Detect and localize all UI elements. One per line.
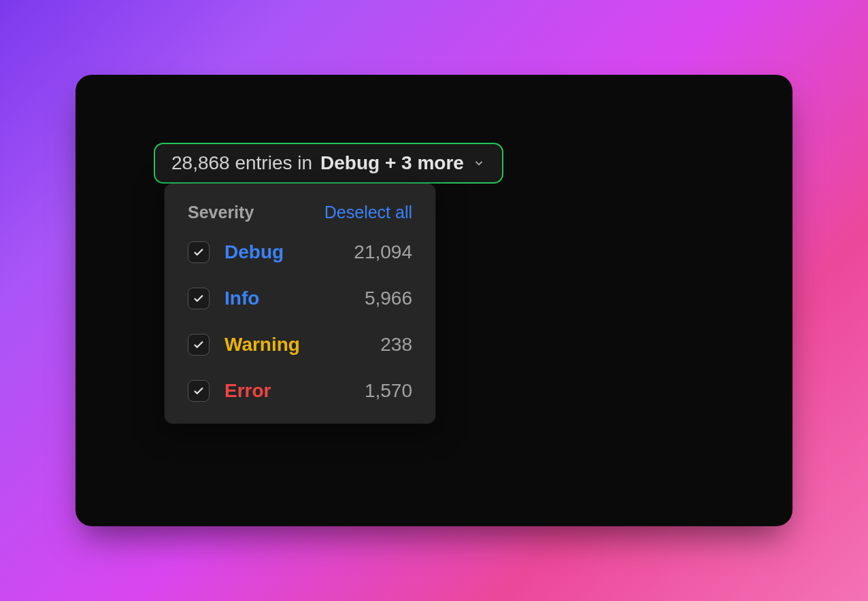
trigger-prefix-text: 28,868 entries in xyxy=(171,152,312,174)
deselect-all-link[interactable]: Deselect all xyxy=(324,203,412,222)
check-icon xyxy=(193,292,205,305)
severity-checkbox[interactable] xyxy=(188,241,210,263)
severity-option-row[interactable]: Error1,570 xyxy=(188,380,412,402)
severity-checkbox[interactable] xyxy=(188,334,210,356)
severity-option-count: 21,094 xyxy=(354,241,412,263)
severity-dropdown-panel: Severity Deselect all Debug21,094Info5,9… xyxy=(165,184,435,424)
severity-option-count: 5,966 xyxy=(365,288,412,309)
severity-option-count: 238 xyxy=(380,334,412,356)
severity-option-count: 1,570 xyxy=(365,380,412,402)
severity-option-row[interactable]: Info5,966 xyxy=(188,288,412,309)
severity-option-label: Info xyxy=(224,288,350,309)
severity-option-row[interactable]: Warning238 xyxy=(188,334,412,356)
trigger-selection-text: Debug + 3 more xyxy=(320,152,464,174)
panel-title: Severity xyxy=(188,203,254,222)
severity-option-label: Debug xyxy=(224,241,339,263)
severity-option-label: Warning xyxy=(224,334,365,356)
check-icon xyxy=(193,246,205,258)
panel-header: Severity Deselect all xyxy=(188,203,412,222)
check-icon xyxy=(193,385,205,397)
severity-option-label: Error xyxy=(224,380,350,402)
severity-checkbox[interactable] xyxy=(188,288,210,309)
app-card: 28,868 entries in Debug + 3 more Severit… xyxy=(76,75,792,526)
severity-checkbox[interactable] xyxy=(188,380,210,402)
severity-option-row[interactable]: Debug21,094 xyxy=(188,241,412,263)
chevron-down-icon xyxy=(472,156,486,170)
severity-filter-trigger[interactable]: 28,868 entries in Debug + 3 more Severit… xyxy=(154,143,503,184)
check-icon xyxy=(193,339,205,351)
